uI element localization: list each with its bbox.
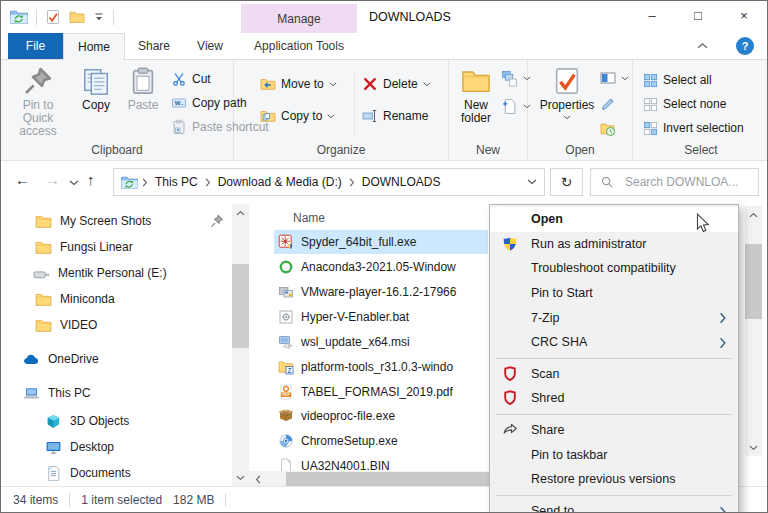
scroll-down-icon[interactable] [232, 469, 249, 486]
pin-to-quick-access-button[interactable]: Pin to Quick access [6, 66, 70, 138]
select-none-button[interactable]: Select none [643, 94, 726, 114]
file-row-wsl[interactable]: wsl_update_x64.msi [274, 330, 488, 354]
search-input[interactable] [623, 174, 768, 190]
breadcrumb-drive[interactable]: Download & Media (D:) [215, 175, 345, 189]
breadcrumb-this-pc[interactable]: This PC [152, 175, 201, 189]
refresh-button[interactable]: ↻ [550, 168, 583, 196]
back-button[interactable]: ← [15, 171, 30, 188]
folder-icon[interactable] [69, 9, 85, 25]
up-button[interactable]: ↑ [87, 171, 95, 188]
sidebar-scrollbar[interactable] [232, 204, 249, 486]
menu-item-scan[interactable]: Scan [490, 362, 738, 387]
maximize-button[interactable]: □ [675, 1, 721, 33]
address-dropdown-button[interactable] [520, 179, 544, 185]
sidebar-item-this-pc[interactable]: This PC [1, 380, 232, 406]
properties-button[interactable]: Properties [538, 66, 596, 120]
breadcrumb-chevron-icon[interactable] [349, 178, 355, 187]
properties-check-icon[interactable] [45, 9, 61, 25]
menu-item-pin-to-start[interactable]: Pin to Start [490, 281, 738, 306]
sidebar-item-mentik-personal[interactable]: Mentik Personal (E:) [1, 260, 232, 286]
edit-pencil-icon [600, 96, 616, 112]
contextual-tab-manage[interactable]: Manage [241, 4, 357, 33]
new-folder-button[interactable]: New folder [451, 66, 501, 125]
menu-item-restore-previous-versions[interactable]: Restore previous versions [490, 467, 738, 492]
file-row-anaconda[interactable]: Anaconda3-2021.05-Window [274, 255, 488, 279]
cut-button[interactable]: Cut [171, 69, 211, 89]
sidebar-item-fungsi-linear[interactable]: Fungsi Linear [1, 234, 232, 260]
menu-item-run-as-administrator[interactable]: Run as administrator [490, 232, 738, 257]
move-to-button[interactable]: Move to [260, 74, 337, 94]
sidebar-item-my-screen-shots[interactable]: My Screen Shots [1, 208, 232, 234]
close-button[interactable]: × [721, 1, 767, 33]
column-header-name[interactable]: Name [293, 211, 325, 225]
scroll-up-icon[interactable] [232, 204, 249, 221]
breadcrumb-downloads[interactable]: DOWNLOADS [359, 175, 444, 189]
menu-item-send-to[interactable]: Send to [490, 499, 738, 513]
scrollbar-thumb[interactable] [745, 244, 762, 319]
new-item-button[interactable] [501, 96, 531, 116]
sidebar-item-video[interactable]: VIDEO [1, 312, 232, 338]
sidebar-item-onedrive[interactable]: OneDrive [1, 346, 232, 372]
edit-button[interactable] [600, 94, 616, 114]
copy-button[interactable]: Copy [73, 66, 119, 112]
antivirus-shield-icon [502, 366, 518, 382]
scrollbar-thumb[interactable] [232, 264, 249, 348]
window-controls: – □ × [629, 1, 767, 33]
divider [225, 493, 226, 507]
collapse-ribbon-icon[interactable] [697, 42, 708, 49]
menu-item-share[interactable]: Share [490, 418, 738, 443]
menu-item-shred[interactable]: Shred [490, 386, 738, 411]
tab-file[interactable]: File [8, 33, 63, 59]
tab-application-tools[interactable]: Application Tools [241, 33, 357, 59]
help-button[interactable]: ? [736, 37, 754, 55]
copy-icon [81, 66, 111, 96]
sidebar-item-documents[interactable]: Documents [1, 460, 232, 486]
new-item-icon [501, 98, 518, 115]
file-row-tabel-formasi[interactable]: TABEL_FORMASI_2019.pdf [274, 380, 488, 404]
ribbon-tab-row: File Home Share View Application Tools ? [1, 33, 767, 60]
sidebar-item-3d-objects[interactable]: 3D Objects [1, 408, 232, 434]
open-button[interactable] [600, 68, 629, 88]
toolbar-dropdown-icon[interactable] [93, 12, 105, 22]
breadcrumb-chevron-icon[interactable] [205, 178, 211, 187]
tab-view[interactable]: View [183, 33, 237, 59]
recent-locations-chevron-icon[interactable] [69, 180, 79, 186]
menu-item-troubleshoot-compatibility[interactable]: Troubleshoot compatibility [490, 256, 738, 281]
file-row-videoproc[interactable]: videoproc-file.exe [274, 404, 488, 428]
sidebar-item-miniconda[interactable]: Miniconda [1, 286, 232, 312]
invert-selection-button[interactable]: Invert selection [643, 118, 744, 138]
sidebar-item-desktop[interactable]: Desktop [1, 434, 232, 460]
menu-separator [496, 495, 732, 496]
desktop-icon [45, 439, 62, 456]
scroll-up-icon[interactable] [745, 206, 762, 223]
menu-item-pin-to-taskbar[interactable]: Pin to taskbar [490, 442, 738, 467]
forward-button[interactable]: → [45, 171, 60, 188]
rename-button[interactable]: Rename [362, 106, 428, 126]
file-row-platform-tools[interactable]: platform-tools_r31.0.3-windo [274, 355, 488, 379]
delete-button[interactable]: Delete [362, 74, 431, 94]
folder-icon [35, 291, 52, 308]
group-label-select: Select [633, 143, 768, 157]
easy-access-button[interactable] [501, 68, 531, 88]
address-box[interactable]: This PC Download & Media (D:) DOWNLOADS [113, 168, 545, 196]
divider [354, 72, 355, 134]
scroll-down-icon[interactable] [745, 439, 762, 456]
tab-home[interactable]: Home [63, 33, 125, 60]
paste-button[interactable]: Paste [120, 66, 166, 112]
file-list-vertical-scrollbar[interactable] [745, 206, 762, 456]
file-row-spyder[interactable]: Spyder_64bit_full.exe [274, 230, 488, 254]
minimize-button[interactable]: – [629, 1, 675, 33]
menu-item-crc-sha[interactable]: CRC SHA [490, 330, 738, 355]
file-row-vmware[interactable]: VMware-player-16.1.2-17966 [274, 280, 488, 304]
search-box[interactable] [590, 168, 759, 196]
pin-icon [23, 66, 53, 96]
file-row-chromesetup[interactable]: ChromeSetup.exe [274, 429, 488, 453]
breadcrumb-chevron-icon[interactable] [142, 178, 148, 187]
file-row-hyperv[interactable]: Hyper-V-Enabler.bat [274, 305, 488, 329]
menu-item-7zip[interactable]: 7-Zip [490, 305, 738, 330]
copy-to-button[interactable]: Copy to [260, 106, 335, 126]
select-all-button[interactable]: Select all [643, 70, 712, 90]
history-button[interactable] [600, 119, 616, 139]
tab-share[interactable]: Share [125, 33, 183, 59]
chrome-icon [278, 433, 294, 449]
